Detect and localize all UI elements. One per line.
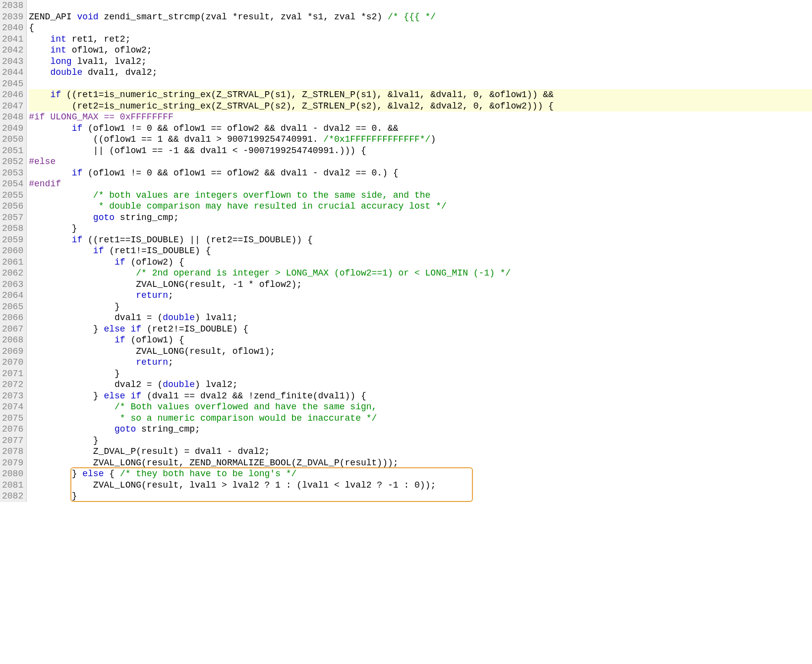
line-number: 2046 — [2, 89, 23, 101]
code-token — [29, 213, 93, 222]
code-token: , &oflow2))) { — [479, 101, 554, 111]
code-token: ))) { — [340, 146, 366, 156]
code-token: : (lval1 < lval2 ? — [281, 480, 388, 490]
code-line[interactable]: * so a numeric comparison would be inacc… — [29, 413, 812, 424]
code-line[interactable]: } else { /* they both have to be long's … — [29, 468, 812, 480]
code-line[interactable]: if (oflow2) { — [29, 257, 812, 268]
code-token — [29, 34, 50, 44]
code-line[interactable]: } — [29, 223, 812, 234]
code-line[interactable]: /* both values are integers overflown to… — [29, 190, 812, 201]
code-line[interactable]: ZVAL_LONG(result, lval1 > lval2 ? 1 : (l… — [29, 480, 812, 491]
code-line[interactable]: ZVAL_LONG(result, oflow1); — [29, 346, 812, 357]
code-line[interactable]: /* 2nd operand is integer > LONG_MAX (of… — [29, 268, 812, 279]
code-line[interactable]: } else if (ret2!=IS_DOUBLE) { — [29, 324, 812, 335]
code-token: #else — [29, 157, 56, 166]
code-line[interactable]: { — [29, 22, 812, 34]
code-line[interactable]: } — [29, 491, 812, 502]
line-number: 2082 — [2, 491, 23, 502]
code-line[interactable]: (ret2=is_numeric_string_ex(Z_STRVAL_P(s2… — [29, 101, 812, 112]
code-line[interactable]: Z_DVAL_P(result) = dval1 - dval2; — [29, 446, 812, 457]
code-line[interactable]: || (oflow1 == -1 && dval1 < -90071992547… — [29, 145, 812, 157]
code-token: 0. — [372, 168, 383, 178]
code-line[interactable]: int ret1, ret2; — [29, 34, 812, 45]
code-line[interactable]: double dval1, dval2; — [29, 67, 812, 78]
code-line[interactable]: long lval1, lval2; — [29, 56, 812, 67]
code-line[interactable]: if (oflow1 != 0 && oflow1 == oflow2 && d… — [29, 167, 812, 179]
code-line[interactable]: if (ret1!=IS_DOUBLE) { — [29, 245, 812, 257]
line-number: 2044 — [2, 67, 23, 78]
code-token: if — [115, 257, 125, 267]
code-token — [29, 168, 71, 178]
code-line[interactable]: #if ULONG_MAX == 0xFFFFFFFF — [29, 111, 812, 123]
code-token: if — [72, 235, 83, 245]
code-line[interactable]: } — [29, 301, 812, 313]
code-line[interactable]: } else if (dval1 == dval2 && !zend_finit… — [29, 390, 812, 402]
code-line[interactable] — [29, 78, 812, 90]
code-line[interactable] — [29, 0, 812, 11]
code-token: ZVAL_LONG(result, ZEND_NORMALIZE_BOOL(Z_… — [29, 458, 398, 468]
code-token: dval1, dval2; — [82, 67, 157, 77]
line-number: 2077 — [2, 435, 23, 446]
code-line[interactable]: goto string_cmp; — [29, 212, 812, 223]
code-token — [29, 56, 50, 66]
code-line[interactable]: if ((ret1=is_numeric_string_ex(Z_STRVAL_… — [29, 89, 812, 101]
code-line[interactable]: return; — [29, 290, 812, 301]
line-number: 2062 — [2, 268, 23, 279]
line-number: 2042 — [2, 45, 23, 56]
code-token — [29, 235, 71, 245]
code-token: string_cmp; — [136, 424, 200, 434]
code-line[interactable]: /* Both values overflowed and have the s… — [29, 401, 812, 413]
code-line[interactable]: ZEND_API void zendi_smart_strcmp(zval *r… — [29, 11, 812, 23]
line-number: 2071 — [2, 368, 23, 380]
code-line[interactable]: return; — [29, 357, 812, 368]
code-token: ret1, ret2; — [66, 34, 131, 44]
code-token: (oflow1 != — [82, 168, 147, 178]
code-area[interactable]: ZEND_API void zendi_smart_strcmp(zval *r… — [27, 0, 812, 502]
code-line[interactable]: ZVAL_LONG(result, ZEND_NORMALIZE_BOOL(Z_… — [29, 457, 812, 469]
code-token: #if ULONG_MAX == 0xFFFFFFFF — [29, 112, 174, 122]
code-token: oflow1, oflow2; — [66, 45, 152, 55]
code-token: /* they both have to be long's */ — [120, 469, 296, 479]
code-token: if — [72, 123, 83, 133]
line-number: 2057 — [2, 212, 23, 223]
line-number: 2063 — [2, 279, 23, 290]
code-token: } — [29, 491, 77, 501]
code-token: ) lval1; — [195, 313, 237, 323]
code-token: && — [382, 123, 398, 133]
code-token: ZVAL_LONG(result, lval1 > lval2 ? — [29, 480, 275, 490]
code-token: (oflow1 != — [82, 123, 147, 133]
line-number: 2072 — [2, 379, 23, 390]
code-line[interactable]: ((oflow1 == 1 && dval1 > 900719925474099… — [29, 134, 812, 145]
code-line[interactable]: if (oflow1 != 0 && oflow1 == oflow2 && d… — [29, 123, 812, 134]
code-line[interactable]: if (oflow1) { — [29, 334, 812, 346]
code-line[interactable]: * double comparison may have resulted in… — [29, 201, 812, 212]
code-token: , &oflow1)) && — [479, 90, 554, 100]
code-token: long — [50, 56, 71, 66]
line-number: 2060 — [2, 245, 23, 257]
line-number: 2073 — [2, 390, 23, 402]
code-line[interactable]: goto string_cmp; — [29, 424, 812, 435]
code-token: /* 2nd operand is integer > LONG_MAX (of… — [136, 268, 511, 278]
code-token: } — [29, 469, 82, 479]
code-token: /* both values are integers overflown to… — [93, 190, 431, 200]
code-line[interactable]: #else — [29, 156, 812, 167]
code-token: if — [93, 246, 104, 256]
code-token: : — [399, 480, 414, 490]
line-number: 2080 — [2, 468, 23, 480]
code-line[interactable]: } — [29, 435, 812, 446]
code-line[interactable]: dval2 = (double) lval2; — [29, 379, 812, 390]
code-token — [29, 424, 115, 434]
code-token: (ret2=is_numeric_string_ex(Z_STRVAL_P(s2… — [29, 101, 473, 111]
code-line[interactable]: int oflow1, oflow2; — [29, 45, 812, 56]
code-token: if — [50, 90, 61, 100]
code-line[interactable]: if ((ret1==IS_DOUBLE) || (ret2==IS_DOUBL… — [29, 234, 812, 246]
code-line[interactable]: #endif — [29, 178, 812, 190]
code-line[interactable]: } — [29, 368, 812, 380]
line-number: 2069 — [2, 346, 23, 357]
code-line[interactable]: dval1 = (double) lval1; — [29, 312, 812, 324]
code-token: 0. — [372, 123, 383, 133]
code-line[interactable]: ZVAL_LONG(result, -1 * oflow2); — [29, 279, 812, 290]
code-token — [29, 123, 71, 133]
code-editor: 2038203920402041204220432044204520462047… — [0, 0, 812, 502]
line-number: 2055 — [2, 190, 23, 201]
